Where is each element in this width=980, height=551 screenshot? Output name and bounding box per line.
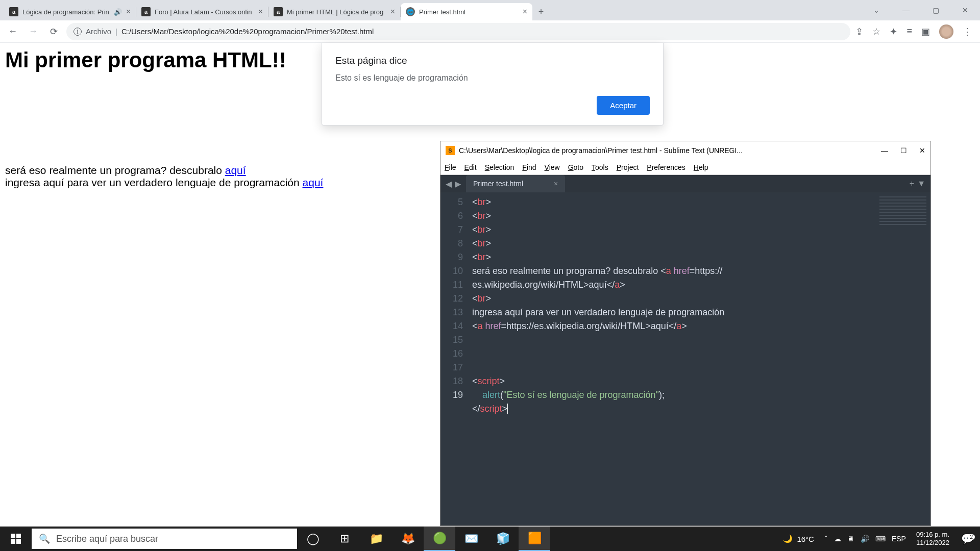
windows-logo-icon (11, 534, 21, 544)
network-icon[interactable]: 🖥 (847, 535, 854, 543)
browser-tab[interactable]: a Foro | Alura Latam - Cursos onlin × (136, 3, 268, 20)
sublime-editor[interactable]: 5 6 7 8 9 10 11 12 13 14 15 16 17 18 19 … (440, 192, 930, 525)
menu-goto[interactable]: Goto (568, 163, 583, 171)
address-sep: | (115, 27, 117, 36)
weather-widget[interactable]: 🌙 16°C (778, 534, 819, 543)
taskbar-clock[interactable]: 09:16 p. m. 11/12/2022 (911, 531, 954, 547)
back-button[interactable]: ← (5, 24, 20, 39)
menu-find[interactable]: Find (522, 163, 536, 171)
code-area[interactable]: <br> <br> <br> <br> <br> será eso realme… (468, 192, 930, 525)
favicon-alura-icon: a (141, 7, 151, 16)
browser-tab-active[interactable]: 🌐 Primer test.html × (401, 3, 532, 20)
store-icon[interactable]: 🧊 (487, 527, 519, 551)
menu-tools[interactable]: Tools (592, 163, 608, 171)
share-icon[interactable]: ⇪ (855, 26, 863, 37)
tab-menu-icon[interactable]: ▼ (917, 179, 925, 188)
audio-icon[interactable]: 🔊 (114, 8, 122, 16)
close-window-icon[interactable]: ✕ (950, 0, 980, 20)
browser-tab-strip: a Lógica de programación: Prin 🔊 × a For… (0, 0, 980, 20)
chrome-icon[interactable]: 🟢 (424, 527, 455, 551)
dialog-title: Esta página dice (335, 55, 650, 66)
start-button[interactable] (0, 527, 32, 551)
link-aqui-2[interactable]: aquí (303, 177, 324, 188)
task-view-icon[interactable]: ⊞ (329, 527, 360, 551)
link-aqui-1[interactable]: aquí (225, 164, 246, 176)
menu-icon[interactable]: ⋮ (963, 26, 972, 37)
side-panel-icon[interactable]: ▣ (921, 26, 930, 37)
minimize-icon[interactable]: — (891, 0, 921, 20)
browser-tab[interactable]: a Mi primer HTML | Lógica de prog × (268, 3, 400, 20)
new-tab-button[interactable]: + (532, 3, 550, 20)
bookmark-icon[interactable]: ☆ (872, 26, 880, 37)
chevron-down-icon[interactable]: ⌄ (862, 0, 891, 20)
tab-title: Primer test.html (419, 8, 519, 16)
tray-chevron-icon[interactable]: ˄ (824, 535, 828, 543)
sublime-tab-name: Primer test.html (473, 180, 523, 188)
volume-icon[interactable]: 🔊 (861, 535, 869, 543)
maximize-icon[interactable]: ☐ (900, 146, 907, 155)
menu-preferences[interactable]: Preferences (647, 163, 685, 171)
menu-help[interactable]: Help (694, 163, 708, 171)
address-scheme: Archivo (86, 27, 111, 36)
menu-edit[interactable]: Edit (464, 163, 477, 171)
tab-add-icon[interactable]: + (910, 179, 914, 188)
notification-badge: 2 (968, 534, 975, 540)
action-center-icon[interactable]: 💬2 (954, 533, 980, 545)
keyboard-icon[interactable]: ⌨ (875, 535, 886, 543)
dialog-accept-button[interactable]: Aceptar (597, 96, 650, 115)
favicon-globe-icon: 🌐 (406, 7, 415, 16)
forward-button[interactable]: → (26, 24, 41, 39)
reload-button[interactable]: ⟳ (46, 24, 61, 39)
gutter: 5 6 7 8 9 10 11 12 13 14 15 16 17 18 19 (440, 192, 468, 525)
omnibox[interactable]: i Archivo | C:/Users/Mar/Desktop/logica%… (66, 23, 850, 40)
info-icon[interactable]: i (74, 28, 82, 36)
close-icon[interactable]: × (523, 7, 527, 16)
taskbar-search[interactable]: 🔍 Escribe aquí para buscar (32, 529, 297, 549)
menu-project[interactable]: Project (617, 163, 639, 171)
extensions-icon[interactable]: ✦ (890, 26, 897, 37)
minimap[interactable] (877, 194, 928, 240)
close-icon[interactable]: × (390, 7, 395, 16)
maximize-icon[interactable]: ▢ (921, 0, 950, 20)
sublime-file-tab[interactable]: Primer test.html × (466, 175, 565, 192)
address-path: C:/Users/Mar/Desktop/logica%20de%20progr… (121, 27, 374, 36)
sublime-icon: S (446, 146, 455, 155)
dialog-message: Esto sí es lenguaje de programación (335, 73, 650, 83)
tab-prev-icon[interactable]: ◀ (446, 179, 452, 189)
weather-icon: 🌙 (783, 534, 793, 543)
favicon-alura-icon: a (274, 7, 283, 16)
favicon-alura-icon: a (9, 7, 18, 16)
cortana-icon[interactable]: ◯ (297, 527, 329, 551)
sublime-title-bar[interactable]: S C:\Users\Mar\Desktop\logica de program… (440, 141, 930, 160)
clock-date: 11/12/2022 (916, 539, 949, 547)
sublime-taskbar-icon[interactable]: 🟧 (519, 527, 550, 551)
menu-selection[interactable]: Selection (485, 163, 514, 171)
language-indicator[interactable]: ESP (892, 535, 906, 543)
tab-title: Foro | Alura Latam - Cursos onlin (155, 8, 254, 16)
js-alert-dialog: Esta página dice Esto sí es lenguaje de … (322, 43, 664, 126)
reading-list-icon[interactable]: ≡ (906, 26, 912, 37)
profile-avatar[interactable] (939, 24, 953, 39)
sublime-title: C:\Users\Mar\Desktop\logica de programac… (459, 146, 877, 155)
minimize-icon[interactable]: — (881, 146, 888, 155)
tab-next-icon[interactable]: ▶ (455, 179, 461, 189)
clock-time: 09:16 p. m. (916, 531, 949, 539)
mail-icon[interactable]: ✉️ (455, 527, 487, 551)
menu-file[interactable]: File (445, 163, 456, 171)
close-icon[interactable]: × (554, 180, 558, 188)
onedrive-icon[interactable]: ☁ (834, 535, 841, 543)
address-bar: ← → ⟳ i Archivo | C:/Users/Mar/Desktop/l… (0, 20, 980, 43)
explorer-icon[interactable]: 📁 (360, 527, 392, 551)
menu-view[interactable]: View (545, 163, 560, 171)
search-icon: 🔍 (39, 533, 50, 544)
sublime-menu-bar: File Edit Selection Find View Goto Tools… (440, 160, 930, 175)
windows-taskbar: 🔍 Escribe aquí para buscar ◯ ⊞ 📁 🦊 🟢 ✉️ … (0, 527, 980, 551)
firefox-icon[interactable]: 🦊 (392, 527, 424, 551)
close-icon[interactable]: × (258, 7, 263, 16)
system-tray: ˄ ☁ 🖥 🔊 ⌨ ESP (819, 535, 911, 543)
browser-tab[interactable]: a Lógica de programación: Prin 🔊 × (4, 3, 136, 20)
close-icon[interactable]: ✕ (919, 146, 925, 155)
sublime-tab-row: ◀ ▶ Primer test.html × + ▼ (440, 175, 930, 192)
sublime-window: S C:\Users\Mar\Desktop\logica de program… (440, 141, 931, 526)
close-icon[interactable]: × (126, 7, 131, 16)
